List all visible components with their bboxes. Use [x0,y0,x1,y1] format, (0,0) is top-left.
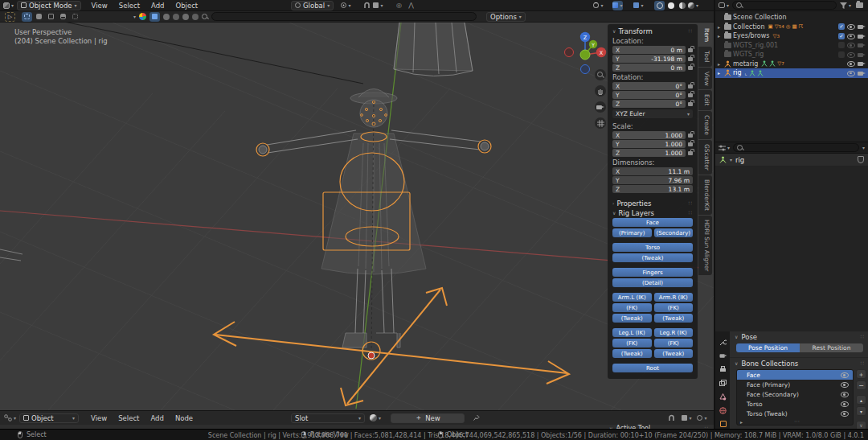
expand-arrow-icon[interactable]: ▸ [718,33,723,39]
rig-layer-arm-l-tweak[interactable]: (Tweak) [612,314,652,323]
node-menu-view[interactable]: View [85,414,113,422]
rest-position-button[interactable]: Rest Position [800,343,863,352]
dim-z-field[interactable]: Z13.1 m [612,185,693,193]
outliner-row-wgts-rig-001[interactable]: WGTS_rig.001 [715,41,868,51]
rig-layer-leg-l-fk[interactable]: (FK) [612,339,652,347]
shading-material-button[interactable] [677,1,687,10]
lock-icon[interactable] [688,102,693,106]
rig-layer-fingers[interactable]: Fingers [612,268,693,277]
rig-layer-arm-l-ik[interactable]: Arm.L (IK) [612,293,652,302]
menu-object[interactable]: Object [170,2,203,10]
tab-view[interactable]: View [698,68,712,90]
visibility-eye-icon[interactable] [841,401,849,407]
datablock-name[interactable]: rig [735,156,744,164]
bone-collection-row-face-secondary[interactable]: Face (Secondary) [737,389,853,399]
rig-layer-leg-l-tweak[interactable]: (Tweak) [612,349,652,358]
falloff-dropdown[interactable]: ⋀ [406,1,416,10]
material-browse-dropdown[interactable]: ▾ [370,413,381,423]
tab-gscatter[interactable]: GScatter [698,140,712,175]
zoom-button[interactable] [595,69,606,80]
outliner-filter-dropdown[interactable]: ▾ [840,1,851,10]
scale-x-field[interactable]: X1.000 [612,131,686,139]
show-gizmo-dropdown[interactable]: ▾ [593,1,604,10]
exclude-checkbox[interactable] [838,51,845,58]
tab-view-layer-props[interactable] [716,376,730,389]
outliner-row-collection[interactable]: ▸ Collection ▣ ▽54 ◎ ▦ ☈ ✓ [715,23,868,32]
rig-layer-torso[interactable]: Torso [612,243,693,252]
visibility-eye-icon[interactable] [841,391,849,397]
tab-hdri-sun-aligner[interactable]: HDRI Sun Aligner [698,216,712,275]
lock-icon[interactable] [688,48,693,52]
exclude-checkbox[interactable]: ✓ [838,23,845,30]
rig-layer-arm-l-fk[interactable]: (FK) [612,303,652,312]
expand-arrow-icon[interactable]: ▸ [740,419,745,425]
new-material-button[interactable]: ＋ New [391,413,465,423]
rotation-mode-dropdown[interactable]: XYZ Euler▾ [612,109,693,118]
dim-x-field[interactable]: X11.1 m [612,167,693,175]
perspective-toggle-button[interactable] [595,117,606,129]
menu-view[interactable]: View [86,2,113,10]
expand-arrow-icon[interactable]: ▸ [718,24,723,30]
visibility-eye-icon[interactable] [841,372,849,378]
bone-collection-row-torso-tweak[interactable]: Torso (Tweak) [737,409,853,418]
hide-eye-icon[interactable] [847,33,855,39]
chevron-down-icon[interactable]: ▾ [730,158,732,162]
bone-collection-row-torso[interactable]: Torso [737,399,853,409]
rig-layer-leg-r-tweak[interactable]: (Tweak) [654,349,694,358]
node-snap-mode-dropdown[interactable]: ▾ [682,413,692,423]
lock-icon[interactable] [688,134,693,138]
tab-tool-props[interactable] [716,335,730,348]
visibility-eye-icon[interactable] [841,410,849,417]
active-tool-icon[interactable]: ▷ [5,12,15,22]
add-collection-button[interactable]: ＋ [856,369,866,379]
chevron-down-icon[interactable]: ▾ [133,14,136,19]
snap-toggle[interactable] [362,1,372,10]
rig-layer-root[interactable]: Root [612,364,693,372]
shading-solid-button[interactable] [665,1,676,10]
shader-type-dropdown[interactable]: Object ▾ [19,413,79,423]
rig-layer-arm-r-ik[interactable]: Arm.R (IK) [654,293,694,302]
proportional-editing-toggle[interactable]: ◎ [394,1,404,10]
node-snap-toggle[interactable] [666,413,677,423]
new-collection-button[interactable] [854,1,865,10]
disable-render-icon[interactable] [858,60,866,67]
rig-layer-face[interactable]: Face [612,218,693,227]
tab-edit[interactable]: Edit [698,90,712,110]
hide-eye-icon[interactable] [847,51,855,58]
pivot-point-dropdown[interactable]: ▾ [341,1,351,10]
rig-layer-leg-l-ik[interactable]: Leg.L (IK) [612,328,652,337]
asset-brush-icon[interactable] [173,14,179,20]
xray-toggle-dropdown[interactable]: ▾ [633,1,644,10]
asset-material-icon[interactable] [163,14,170,20]
tab-tool[interactable]: Tool [698,47,712,67]
disable-render-icon[interactable] [858,70,866,76]
select-box-tool[interactable] [22,12,32,22]
node-menu-select[interactable]: Select [113,414,145,422]
lock-icon[interactable] [688,142,693,146]
rotation-z-field[interactable]: Z0° [612,100,686,108]
viewport-3d[interactable]: User Perspective (204) Scene Collection … [0,23,714,410]
mode-dropdown[interactable]: Object Mode ▾ [17,1,81,10]
properties-editor-dropdown[interactable]: ▾ [719,143,730,153]
shading-wireframe-button[interactable] [654,1,665,10]
blenderkit-search-input[interactable] [211,12,477,21]
pan-button[interactable] [595,85,606,97]
outliner-search-input[interactable] [732,1,837,10]
hide-eye-icon[interactable] [847,70,855,76]
expand-arrow-icon[interactable]: ▸ [718,61,723,67]
select-tool-2[interactable] [34,12,44,22]
chevron-down-icon[interactable]: ▾ [862,146,865,150]
bone-collections-header[interactable]: ∨Bone Collections∷ [730,358,868,369]
rig-layer-face-secondary[interactable]: (Secondary) [654,228,694,237]
menu-add[interactable]: Add [145,2,170,10]
blenderkit-logo-icon[interactable] [139,13,146,20]
menu-select[interactable]: Select [113,2,145,10]
select-tool-3[interactable] [46,12,56,22]
tab-world-props[interactable] [716,404,730,417]
pose-position-button[interactable]: Pose Position [736,343,800,352]
tab-item[interactable]: Item [698,24,712,46]
options-dropdown[interactable]: Options ▾ [486,12,526,22]
hide-eye-icon[interactable] [847,23,855,30]
node-menu-node[interactable]: Node [170,414,199,422]
rig-layer-face-primary[interactable]: (Primary) [612,228,652,237]
